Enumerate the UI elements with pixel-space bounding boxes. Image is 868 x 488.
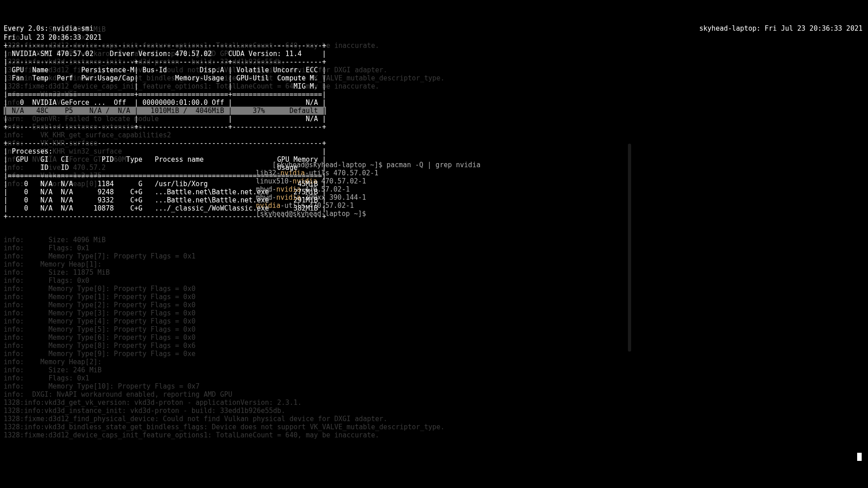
block-cursor bbox=[857, 453, 862, 461]
smi-proc-col: | ID ID Usage | bbox=[4, 164, 326, 172]
smi-proc-row: | 0 N/A N/A 10878 C+G .../_classic_/WoWC… bbox=[4, 204, 326, 212]
watch-host-time: skyhead-laptop: Fri Jul 23 20:36:33 2021 bbox=[699, 24, 863, 33]
smi-date: Fri Jul 23 20:36:33 2021 bbox=[4, 33, 102, 42]
smi-row: | | | N/A | bbox=[4, 115, 326, 123]
smi-proc-row: | 0 N/A N/A 9248 C+G ...Battle.net\Battl… bbox=[4, 188, 326, 196]
smi-proc-hdr: | Processes: | bbox=[4, 147, 326, 155]
smi-header: | NVIDIA-SMI 470.57.02 Driver Version: 4… bbox=[4, 50, 326, 58]
smi-sep: +-------------------------------+-------… bbox=[4, 123, 326, 131]
smi-sep: |=======================================… bbox=[4, 172, 326, 180]
smi-sep: |-------------------------------+-------… bbox=[4, 58, 326, 66]
smi-sep: +---------------------------------------… bbox=[4, 139, 326, 147]
smi-sep: +---------------------------------------… bbox=[4, 212, 326, 221]
watch-cmd: Every 2.0s: nvidia-smi bbox=[4, 24, 94, 33]
smi-proc-col: | GPU GI CI PID Type Process name GPU Me… bbox=[4, 155, 326, 164]
smi-row-highlighted: | N/A 48C P5 N/A / N/A | 1010MiB / 4046M… bbox=[4, 107, 326, 115]
desktop-terminal-composite: info: Size: 4096 MiB info: Flags: 0x1 13… bbox=[0, 0, 868, 488]
smi-colhdr: | | | MIG M. | bbox=[4, 82, 326, 90]
smi-sep: |===============================+=======… bbox=[4, 90, 326, 99]
smi-colhdr: | GPU Name Persistence-M| Bus-Id Disp.A … bbox=[4, 66, 326, 74]
smi-row: | 0 NVIDIA GeForce ... Off | 00000000:01… bbox=[4, 99, 326, 107]
smi-proc-row: | 0 N/A N/A 9332 C+G ...Battle.net\Battl… bbox=[4, 196, 326, 204]
watch-header: Every 2.0s: nvidia-smi skyhead-laptop: F… bbox=[4, 24, 863, 33]
smi-blank bbox=[4, 131, 326, 139]
nvidia-smi-output: Fri Jul 23 20:36:33 2021 +--------------… bbox=[4, 33, 326, 221]
scrollbar[interactable] bbox=[628, 144, 631, 352]
smi-proc-row: | 0 N/A N/A 1184 G /usr/lib/Xorg 45MiB | bbox=[4, 180, 326, 188]
smi-sep: +---------------------------------------… bbox=[4, 42, 326, 50]
smi-colhdr: | Fan Temp Perf Pwr:Usage/Cap| Memory-Us… bbox=[4, 74, 326, 82]
